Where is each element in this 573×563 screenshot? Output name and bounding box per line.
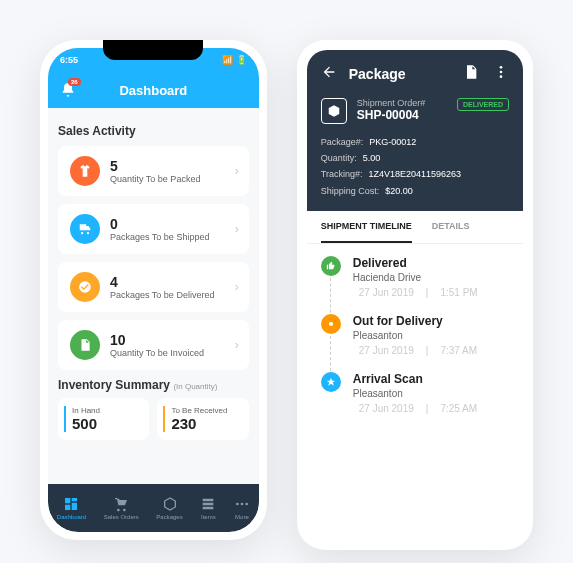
tab-bar: Dashboard Sales Orders Packages Items Mo…: [48, 484, 259, 532]
card-text: 10 Quantity To be Invoiced: [110, 332, 204, 358]
svg-point-2: [245, 503, 248, 506]
timeline-item: Arrival Scan Pleasanton 27 Jun 2019|7:25…: [321, 372, 509, 430]
phone-dashboard: 6:55 📶 🔋 26 Dashboard Sales Activity 5 Q…: [40, 40, 267, 540]
package-meta: Package#:PKG-00012 Quantity:5.00 Trackin…: [321, 134, 509, 199]
status-icons: 📶 🔋: [222, 55, 247, 65]
tab-items[interactable]: Items: [200, 496, 216, 520]
tab-dashboard[interactable]: Dashboard: [57, 496, 86, 520]
svg-point-3: [500, 66, 503, 69]
timeline: Delivered Hacienda Drive 27 Jun 2019|1:5…: [307, 244, 523, 442]
inv-in-hand[interactable]: In Hand 500: [58, 398, 149, 440]
timeline-body: Arrival Scan Pleasanton 27 Jun 2019|7:25…: [353, 372, 483, 414]
inventory-title: Inventory Summary (In Quantity): [58, 378, 249, 392]
svg-point-0: [236, 503, 239, 506]
card-delivered[interactable]: 4 Packages To be Delivered ›: [58, 262, 249, 312]
svg-point-6: [329, 322, 333, 326]
chevron-right-icon: ›: [235, 222, 239, 236]
phone-package: Package Shipment Order# SHP-00004 DELIVE…: [297, 40, 533, 550]
svg-point-5: [500, 75, 503, 78]
timeline-item: Delivered Hacienda Drive 27 Jun 2019|1:5…: [321, 256, 509, 314]
delivery-icon: [321, 314, 341, 334]
tab-details[interactable]: DETAILS: [432, 211, 470, 243]
timeline-item: Out for Delivery Pleasanton 27 Jun 2019|…: [321, 314, 509, 372]
notifications-button[interactable]: 26: [60, 82, 76, 98]
arrival-icon: [321, 372, 341, 392]
inventory-row: In Hand 500 To Be Received 230: [58, 398, 249, 440]
screen-package: Package Shipment Order# SHP-00004 DELIVE…: [307, 50, 523, 540]
shipment-info: Shipment Order# SHP-00004: [357, 98, 426, 122]
chevron-right-icon: ›: [235, 338, 239, 352]
sales-activity-title: Sales Activity: [58, 124, 249, 138]
tab-packages[interactable]: Packages: [156, 496, 182, 520]
status-time: 6:55: [60, 55, 78, 65]
more-button[interactable]: [493, 64, 509, 84]
page-title: Package: [349, 66, 451, 82]
invoice-icon: [70, 330, 100, 360]
page-title: Dashboard: [119, 83, 187, 98]
shirt-icon: [70, 156, 100, 186]
svg-point-1: [241, 503, 244, 506]
truck-icon: [70, 214, 100, 244]
svg-point-4: [500, 71, 503, 74]
inv-to-receive[interactable]: To Be Received 230: [157, 398, 248, 440]
tab-sales-orders[interactable]: Sales Orders: [104, 496, 139, 520]
card-packed[interactable]: 5 Quantity To be Packed ›: [58, 146, 249, 196]
notch: [103, 40, 203, 60]
tab-more[interactable]: More: [234, 496, 250, 520]
package-icon: [321, 98, 347, 124]
pdf-button[interactable]: [463, 64, 479, 84]
card-invoiced[interactable]: 10 Quantity To be Invoiced ›: [58, 320, 249, 370]
screen-dashboard: 6:55 📶 🔋 26 Dashboard Sales Activity 5 Q…: [48, 48, 259, 532]
content: Sales Activity 5 Quantity To be Packed ›…: [48, 108, 259, 440]
header-top: Package: [321, 64, 509, 84]
status-badge: DELIVERED: [457, 98, 509, 111]
back-button[interactable]: [321, 64, 337, 84]
chevron-right-icon: ›: [235, 164, 239, 178]
thumbs-up-icon: [321, 256, 341, 276]
header-actions: [463, 64, 509, 84]
package-header: Package Shipment Order# SHP-00004 DELIVE…: [307, 50, 523, 211]
check-circle-icon: [70, 272, 100, 302]
tabs: SHIPMENT TIMELINE DETAILS: [307, 211, 523, 244]
timeline-body: Delivered Hacienda Drive 27 Jun 2019|1:5…: [353, 256, 484, 298]
notification-badge: 26: [68, 78, 81, 86]
shipment-row: Shipment Order# SHP-00004 DELIVERED: [321, 98, 509, 124]
card-text: 0 Packages To be Shipped: [110, 216, 209, 242]
card-text: 5 Quantity To be Packed: [110, 158, 200, 184]
card-text: 4 Packages To be Delivered: [110, 274, 214, 300]
header: 26 Dashboard: [48, 72, 259, 108]
chevron-right-icon: ›: [235, 280, 239, 294]
timeline-body: Out for Delivery Pleasanton 27 Jun 2019|…: [353, 314, 483, 356]
card-shipped[interactable]: 0 Packages To be Shipped ›: [58, 204, 249, 254]
tab-timeline[interactable]: SHIPMENT TIMELINE: [321, 211, 412, 243]
